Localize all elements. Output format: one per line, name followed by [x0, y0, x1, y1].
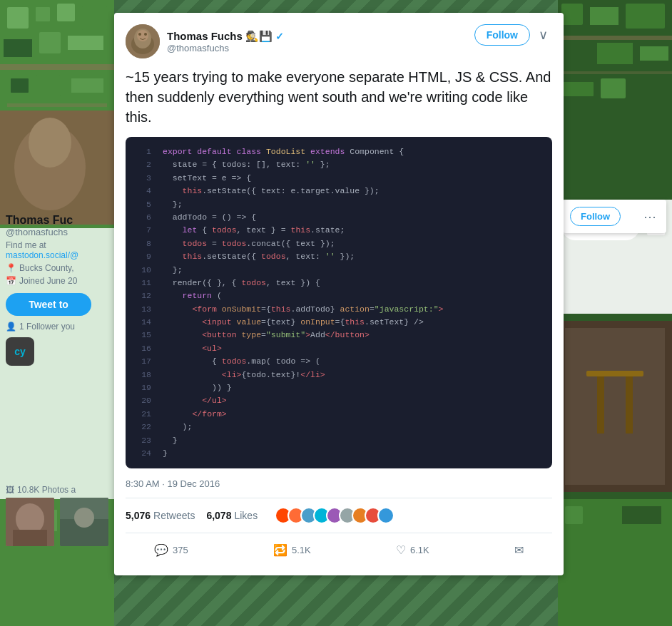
reply-count: 375 [173, 545, 188, 555]
left-mastodon-link[interactable]: mastodon.social/@ [6, 250, 111, 260]
find-me-label: Find me at [6, 240, 46, 250]
location-icon: 📍 [6, 263, 16, 273]
photos-section: 🖼 10.8K Photos a [6, 485, 113, 546]
author-info: Thomas Fuchs 🕵️💾 ✓ @thomasfuchs [167, 30, 284, 53]
code-content: 1 export default class TodoList extends … [126, 137, 552, 468]
code-line: 16 <ul> [126, 342, 552, 355]
svg-rect-13 [7, 103, 107, 107]
tweet-timestamp: 8:30 AM · 19 Dec 2016 [126, 478, 552, 498]
left-joined: 📅 Joined June 20 [6, 276, 111, 286]
follower-info: 👤 1 Follower you [6, 322, 111, 332]
tweet-stats: 5,076 Retweets 6,078 Likes [126, 507, 552, 533]
heart-icon: ♡ [396, 543, 406, 557]
dm-button[interactable]: ✉ [514, 539, 524, 561]
right-more-button[interactable]: ⋯ [641, 207, 659, 226]
svg-rect-30 [558, 71, 672, 74]
code-line: 12 return ( [126, 289, 552, 302]
svg-rect-12 [71, 78, 103, 93]
code-line: 24 } [126, 447, 552, 460]
left-profile-name: Thomas Fuc [6, 214, 111, 227]
retweet-stat: 5,076 Retweets [126, 510, 195, 521]
location-text: Bucks County, [19, 263, 73, 273]
code-line: 23 } [126, 434, 552, 447]
retweet-button[interactable]: 🔁 5.1K [273, 539, 311, 561]
svg-rect-8 [68, 36, 103, 50]
svg-rect-33 [633, 82, 668, 95]
author-name: Thomas Fuchs 🕵️💾 ✓ [167, 30, 284, 43]
code-line: 21 </form> [126, 408, 552, 421]
svg-rect-24 [590, 7, 618, 25]
photo-grid [6, 498, 113, 546]
left-find-me: Find me at [6, 240, 111, 250]
avatar [126, 24, 160, 58]
joined-text: Joined June 20 [19, 276, 77, 286]
follow-button[interactable]: Follow [474, 24, 530, 46]
right-follow-panel: Follow ⋯ [563, 200, 666, 233]
code-line: 1 export default class TodoList extends … [126, 145, 552, 158]
svg-rect-5 [82, 6, 107, 31]
more-options-button[interactable]: ∨ [534, 24, 552, 46]
svg-rect-54 [13, 530, 47, 546]
code-line: 5 }; [126, 198, 552, 211]
retweet-count: 5,076 [126, 510, 151, 521]
joined-icon: 📅 [6, 276, 16, 286]
svg-rect-44 [590, 503, 615, 524]
photo-thumb-1 [6, 498, 54, 546]
svg-rect-4 [57, 4, 75, 21]
liker-avatar [377, 507, 394, 524]
code-line: 10 }; [126, 264, 552, 277]
svg-point-57 [74, 508, 94, 528]
code-line: 14 <input value={text} onInput={this.set… [126, 316, 552, 329]
code-line: 22 ); [126, 421, 552, 433]
svg-rect-40 [597, 376, 604, 433]
svg-rect-7 [39, 32, 61, 53]
svg-rect-26 [558, 36, 672, 40]
code-line: 11 render({ }, { todos, text }) { [126, 277, 552, 289]
mail-icon: ✉ [514, 543, 524, 557]
right-follow-button[interactable]: Follow [570, 207, 621, 226]
left-location: 📍 Bucks County, [6, 263, 111, 273]
likes-label: Likes [234, 510, 258, 521]
code-line: 2 state = { todos: [], text: '' }; [126, 158, 552, 171]
code-block: 1 export default class TodoList extends … [126, 137, 552, 468]
author-name-text: Thomas Fuchs [167, 30, 243, 42]
svg-rect-39 [586, 371, 643, 376]
photo-thumb-2 [60, 498, 108, 546]
svg-rect-43 [565, 506, 583, 524]
reply-button[interactable]: 💬 375 [154, 539, 188, 561]
svg-rect-23 [561, 4, 583, 25]
svg-point-51 [144, 33, 147, 36]
reply-icon: 💬 [154, 543, 168, 557]
likes-count: 6,078 [206, 510, 231, 521]
likes-stat: 6,078 Likes [206, 510, 258, 521]
code-line: 7 let { todos, text } = this.state; [126, 224, 552, 237]
svg-rect-31 [561, 82, 594, 96]
like-count: 6.1K [410, 545, 429, 555]
code-line: 9 this.setState({ todos, text: '' }); [126, 250, 552, 263]
svg-rect-6 [4, 39, 32, 57]
svg-point-50 [138, 33, 141, 36]
svg-rect-27 [565, 46, 590, 64]
svg-point-16 [29, 118, 71, 168]
tweet-header: Thomas Fuchs 🕵️💾 ✓ @thomasfuchs Follow ∨ [126, 24, 552, 58]
tweet-actions: 💬 375 🔁 5.1K ♡ 6.1K ✉ [126, 536, 552, 564]
tweet-to-button[interactable]: Tweet to [6, 293, 91, 316]
photos-label: 🖼 10.8K Photos a [6, 485, 113, 495]
like-button[interactable]: ♡ 6.1K [396, 539, 429, 561]
svg-rect-10 [11, 78, 29, 93]
svg-rect-11 [36, 75, 61, 96]
photos-count: 10.8K Photos a [17, 485, 76, 495]
retweet-icon: 🔁 [273, 543, 287, 557]
left-profile-section: Thomas Fuc @thomasfuchs Find me at masto… [6, 214, 111, 366]
author-emoji: 🕵️💾 [245, 30, 273, 43]
code-line: 6 addTodo = () => { [126, 211, 552, 224]
tweet-text: ~15 years trying to make everyone separa… [126, 67, 552, 127]
svg-rect-25 [626, 4, 665, 29]
cy-label: cy [14, 346, 26, 357]
retweet-count: 5.1K [292, 545, 311, 555]
likers-avatars [275, 507, 394, 524]
code-line: 20 </ul> [126, 394, 552, 407]
right-map-svg [558, 0, 672, 626]
svg-rect-38 [565, 328, 665, 485]
svg-rect-45 [622, 506, 661, 524]
